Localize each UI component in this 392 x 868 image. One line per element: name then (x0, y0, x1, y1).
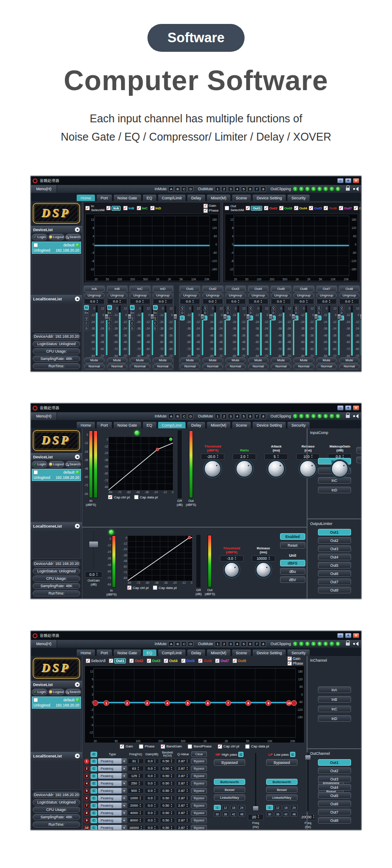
hp-slope-button[interactable]: 6 (214, 805, 221, 810)
lock-icon[interactable] (346, 415, 350, 418)
parameter-spinner[interactable]: 2.0▲▼ (233, 454, 256, 460)
cap-data-toggle[interactable]: ✓Cap data pt (134, 495, 158, 499)
band-bypass-button[interactable]: Bypass (191, 758, 207, 764)
tab[interactable]: Comp/Limit (158, 194, 186, 201)
refresh-icon[interactable] (75, 682, 80, 687)
lp-slope-button[interactable]: 18 (283, 805, 290, 810)
q-spinner[interactable]: 2.87▲▼ (176, 795, 190, 801)
strip-function-button[interactable]: Ex (84, 310, 89, 315)
inmute-button[interactable]: C (181, 641, 187, 647)
device-info-button[interactable]: LoginStatus: Unlogined (33, 341, 80, 347)
band-bypass-button[interactable]: Bypass (191, 803, 207, 808)
device-info-button[interactable]: CPU Usage: (33, 807, 80, 813)
channel-toggle[interactable]: ✓Out5 (181, 658, 195, 663)
ungroup-button[interactable]: Ungroup (153, 293, 173, 298)
inmute-button[interactable]: D (188, 641, 193, 647)
inmute-button[interactable]: D (188, 186, 193, 192)
channel-fader[interactable] (200, 305, 204, 357)
device-info-button[interactable]: LoginStatus: Unlogined (33, 799, 80, 805)
lp-slope-button[interactable]: 48 (291, 811, 297, 817)
eq-band-marker[interactable]: 9 (266, 700, 271, 706)
lock-icon[interactable] (346, 643, 350, 646)
eq-response-plot[interactable]: 12 9 6 3 0 -3 -6 -9 -12 12345678910 180 … (84, 666, 304, 743)
outmute-button[interactable]: 1 (215, 414, 220, 419)
speaker-icon[interactable] (353, 642, 359, 646)
mute-button[interactable]: Mute (226, 357, 246, 363)
tab[interactable]: Scene (232, 421, 252, 428)
ungroup-button[interactable]: Ungroup (248, 293, 268, 298)
channel-toggle[interactable]: ✓InD (150, 206, 161, 211)
band-c-button[interactable]: C (91, 759, 97, 764)
channel-toggle[interactable]: ✓Out8 (233, 658, 246, 663)
filter-type-dropdown[interactable]: Peaking▼ (98, 795, 127, 801)
outmute-button[interactable]: 6 (247, 186, 253, 192)
channel-fader[interactable] (223, 305, 227, 357)
gain-spinner[interactable]: 0.0▲▼ (145, 773, 159, 779)
polarity-button[interactable]: Normal (248, 363, 268, 369)
gain-spinner[interactable]: 0.0▲▼ (226, 299, 246, 304)
output-channel-button[interactable]: Out5 (318, 562, 351, 569)
eq-band-marker[interactable] (291, 700, 297, 706)
eq-band-marker[interactable]: 6 (205, 700, 211, 706)
lp-bypass-button[interactable]: Bypassed (266, 759, 297, 766)
device-info-button[interactable]: DeviceAddr: 192.168.20.20 (33, 792, 80, 798)
gain-spinner[interactable]: 0.0▲▼ (294, 299, 314, 304)
reset-button[interactable]: Reset (280, 542, 305, 548)
fader-handle[interactable] (269, 314, 273, 320)
strip-function-button[interactable]: L (180, 316, 185, 320)
fader-handle[interactable] (200, 314, 204, 320)
q-spinner[interactable]: 2.87▲▼ (176, 773, 190, 779)
tab[interactable]: Security (287, 421, 310, 428)
close-button[interactable]: × (353, 405, 359, 410)
plot-option-toggle[interactable]: ✓BandGain (161, 744, 182, 749)
bandwidth-spinner[interactable]: 0.50▲▼ (160, 781, 175, 786)
outmute-button[interactable]: 7 (254, 186, 260, 192)
freq-spinner[interactable]: 31▲▼ (128, 758, 144, 764)
tab[interactable]: Port (96, 194, 112, 201)
hp-slope-button[interactable]: 36 (222, 811, 229, 817)
maximize-button[interactable]: + (345, 633, 351, 638)
mute-button[interactable]: Mute (107, 357, 128, 363)
outmute-button[interactable]: 2 (221, 186, 227, 192)
inmute-button[interactable]: A (168, 186, 174, 192)
fader-handle[interactable] (337, 314, 341, 320)
q-spinner[interactable]: 2.87▲▼ (176, 825, 190, 831)
outmute-button[interactable]: 3 (228, 641, 233, 647)
device-checkbox[interactable]: ✓ (34, 243, 38, 247)
gain-spinner[interactable]: 0.0▲▼ (145, 758, 159, 764)
channel-toggle[interactable]: ✓Out8 (354, 206, 362, 211)
gain-spinner[interactable]: 0.0▲▼ (145, 818, 159, 823)
input-channel-button[interactable]: InC (318, 477, 351, 484)
output-channel-button[interactable]: Out3 (318, 545, 351, 552)
fader-handle[interactable] (314, 314, 318, 320)
channel-fader[interactable] (269, 305, 273, 357)
gain-spinner[interactable]: 0.0▲▼ (248, 299, 268, 304)
freq-spinner[interactable]: 250▲▼ (128, 781, 144, 786)
outmute-button[interactable]: 5 (241, 414, 247, 419)
filter-type-dropdown[interactable]: Peaking▼ (98, 825, 127, 831)
tab[interactable]: Delay (187, 194, 206, 201)
polarity-button[interactable]: Normal (339, 363, 359, 369)
channel-fader[interactable] (105, 305, 108, 357)
output-channel-button[interactable]: Out7 (318, 579, 351, 585)
output-channel-button[interactable]: Out3 (318, 776, 351, 782)
band-c-button[interactable]: C (91, 825, 97, 831)
inmute-button[interactable]: A (168, 414, 174, 419)
input-channel-button[interactable]: InC (318, 706, 351, 712)
login-button[interactable]: ✓Login (32, 234, 47, 240)
strip-function-button[interactable]: D (84, 326, 89, 331)
slider-handle[interactable] (253, 806, 259, 811)
bandwidth-spinner[interactable]: 0.50▲▼ (160, 773, 175, 779)
inmute-button[interactable]: B (175, 414, 180, 419)
band-c-button[interactable]: C (91, 811, 97, 816)
inmute-button[interactable]: B (175, 186, 180, 192)
channel-toggle[interactable]: ✓Out3 (147, 658, 160, 663)
band-bypass-button[interactable]: Bypass (191, 788, 207, 794)
ungroup-button[interactable]: Ungroup (203, 293, 223, 298)
band-c-button[interactable]: C (91, 796, 97, 801)
outmute-button[interactable]: 1 (215, 641, 220, 647)
device-entry[interactable]: ✓default Unlogined192.168.20.20 (32, 469, 81, 481)
parameter-knob[interactable] (205, 461, 220, 477)
q-spinner[interactable]: 2.87▲▼ (176, 810, 190, 816)
outmute-button[interactable]: 3 (228, 414, 233, 419)
